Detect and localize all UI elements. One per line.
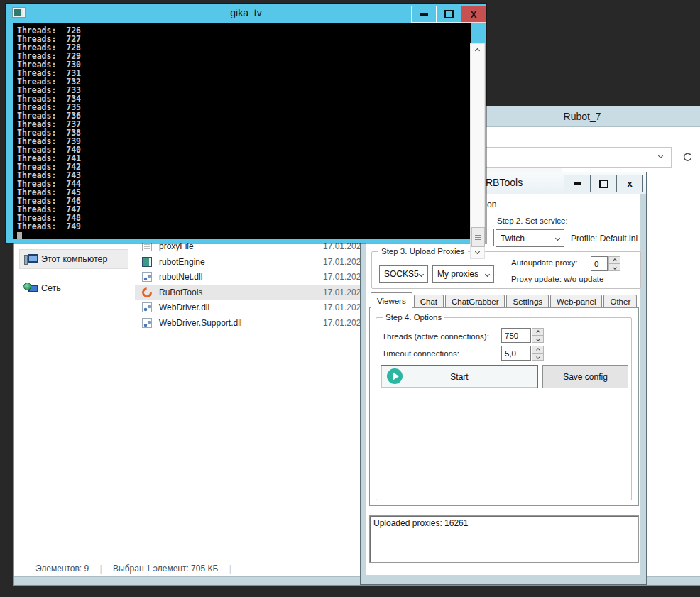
- timeout-stepper: 5,0: [501, 346, 544, 361]
- rbtools-title: RBTools: [486, 177, 523, 188]
- app-icon: [142, 257, 152, 267]
- explorer-title: Rubot_7: [536, 111, 628, 122]
- tab[interactable]: Settings: [506, 295, 549, 308]
- console-titlebar[interactable]: gika_tv X: [6, 4, 486, 23]
- file-date: 17.01.202: [323, 285, 361, 301]
- nav-item-label: Сеть: [41, 283, 61, 293]
- step3-label: Step 3. Upload Proxies: [378, 247, 468, 256]
- nav-item[interactable]: Сеть: [20, 279, 128, 297]
- step4-label: Step 4. Options: [383, 313, 444, 322]
- chevron-down-icon: [475, 249, 480, 254]
- navigation-pane: Этот компьютер Сеть: [20, 250, 128, 308]
- minimize-icon: [574, 182, 581, 185]
- proxy-update-mode: Proxy update: w/o update: [511, 275, 603, 283]
- refresh-icon: [682, 152, 693, 163]
- minimize-icon: [420, 13, 428, 16]
- step3-groupbox: Step 3. Upload Proxies SOCKS5 My proxies…: [371, 251, 641, 289]
- maximize-icon: [599, 180, 608, 188]
- start-button[interactable]: Start: [381, 365, 538, 388]
- tab[interactable]: Chat: [414, 295, 444, 308]
- console-cursor: [17, 232, 22, 239]
- chevron-down-icon: [613, 265, 617, 270]
- chevron-down-icon: [485, 271, 490, 276]
- maximize-button[interactable]: [436, 6, 461, 23]
- close-icon: X: [471, 10, 477, 19]
- file-name: WebDriver.Support.dll: [159, 316, 242, 332]
- profile-label: Profile: Default.ini: [571, 234, 638, 243]
- pane-separator: [128, 238, 128, 557]
- service-select[interactable]: Twitch: [496, 229, 564, 247]
- status-selection: Выбран 1 элемент: 705 КБ: [113, 564, 218, 574]
- maximize-button[interactable]: [590, 175, 617, 192]
- threads-stepper: 750: [501, 328, 544, 343]
- status-separator: |: [229, 564, 231, 574]
- file-name: rubotEngine: [159, 255, 205, 270]
- console-lines: Threads: 726 Threads: 727 Threads: 728 T…: [17, 26, 81, 231]
- spin-down-button[interactable]: [608, 263, 620, 271]
- tab[interactable]: Other: [603, 295, 637, 308]
- console-output: Threads: 726 Threads: 727 Threads: 728 T…: [13, 23, 471, 239]
- dll-icon: [142, 272, 152, 282]
- chevron-up-icon: [475, 48, 480, 53]
- grip-icon: [475, 235, 481, 240]
- threads-label: Threads (active connections):: [382, 332, 489, 341]
- close-button[interactable]: X: [461, 6, 486, 23]
- scrollbar-thumb[interactable]: [471, 227, 485, 247]
- network-icon: [23, 282, 38, 294]
- nav-item-label: Этот компьютер: [41, 254, 107, 264]
- autoupdate-value[interactable]: 0: [591, 256, 608, 271]
- autoupdate-label: Autoupdate proxy:: [511, 258, 577, 267]
- save-config-label: Save config: [563, 372, 608, 382]
- scrollbar[interactable]: [470, 43, 485, 259]
- timeout-value[interactable]: 5,0: [501, 346, 531, 361]
- minimize-button[interactable]: [411, 6, 437, 23]
- proxy-type-select[interactable]: SOCKS5: [379, 265, 428, 283]
- window-controls: X: [412, 6, 486, 23]
- status-separator: |: [100, 564, 102, 574]
- start-button-label: Start: [450, 372, 468, 382]
- chevron-up-icon: [536, 348, 540, 352]
- nav-item[interactable]: Этот компьютер: [20, 250, 128, 268]
- tab[interactable]: Viewers: [371, 292, 412, 308]
- menu-item-partial[interactable]: on: [487, 199, 496, 209]
- file-date: 17.01.202: [323, 270, 361, 285]
- tab[interactable]: Web-panel: [550, 295, 602, 308]
- file-date: 17.01.202: [323, 300, 361, 316]
- chevron-down-icon[interactable]: [658, 153, 663, 158]
- proxy-source-select[interactable]: My proxies: [432, 265, 494, 283]
- scroll-down-button[interactable]: [471, 246, 484, 257]
- proxy-source-value: My proxies: [437, 269, 478, 279]
- maximize-icon: [444, 10, 454, 18]
- chevron-down-icon: [536, 337, 540, 341]
- tab-strip: Viewers Chat ChatGrabber Settings Web-pa…: [371, 292, 638, 308]
- file-name: rubotNet.dll: [159, 270, 202, 285]
- autoupdate-stepper: 0: [591, 256, 620, 271]
- dll-icon: [142, 302, 152, 312]
- close-button[interactable]: x: [616, 175, 643, 192]
- spin-down-button[interactable]: [532, 335, 544, 343]
- spin-down-button[interactable]: [532, 353, 544, 361]
- play-icon: [387, 368, 403, 384]
- chevron-up-icon: [613, 258, 617, 263]
- scroll-up-button[interactable]: [471, 45, 484, 56]
- status-items-count: Элементов: 9: [35, 564, 89, 574]
- viewers-tab-page: Step 4. Options Threads (active connecti…: [369, 307, 639, 506]
- tab[interactable]: ChatGrabber: [445, 295, 505, 308]
- threads-value[interactable]: 750: [501, 328, 531, 343]
- save-config-button[interactable]: Save config: [542, 365, 628, 388]
- file-name: WebDriver.dll: [159, 300, 209, 316]
- chevron-up-icon: [536, 330, 540, 334]
- refresh-button[interactable]: [679, 148, 696, 165]
- console-line: Threads: 749: [17, 222, 81, 231]
- chevron-down-icon: [536, 355, 540, 359]
- log-text: Uploaded proxies: 16261: [373, 518, 468, 528]
- service-value: Twitch: [501, 234, 525, 243]
- minimize-button[interactable]: [564, 175, 591, 192]
- log-textbox[interactable]: Uploaded proxies: 16261: [369, 515, 639, 563]
- rbtools-content: on Step 2. Set service: Twitch Profile: …: [366, 194, 640, 575]
- window-controls: x: [564, 175, 643, 192]
- close-icon: x: [627, 179, 632, 188]
- step2-label: Step 2. Set service:: [497, 217, 568, 225]
- computer-icon: [23, 253, 38, 265]
- ring-icon: [140, 285, 154, 300]
